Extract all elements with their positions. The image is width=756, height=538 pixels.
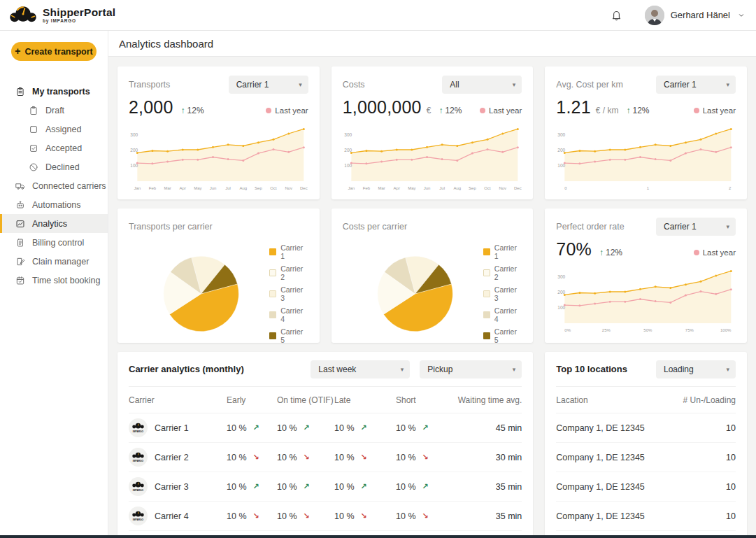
metric-value: 1.21 (556, 97, 590, 118)
carrier-filter-select[interactable]: Carrier 1▾ (656, 76, 736, 94)
dropdown-value: Pickup (427, 364, 452, 374)
column-headers: CarrierEarlyOn time (OTIF)LateShortWaiti… (129, 387, 522, 413)
metric-delta: ↑12% (626, 106, 649, 115)
arrow-up-icon: ↑ (181, 106, 185, 115)
metric-cell-ontime: 10 %↗ (277, 482, 334, 492)
column-header-short: Short (396, 395, 452, 405)
trend-down-icon: ↘ (304, 511, 310, 521)
trend-up-icon: ↗ (304, 423, 310, 432)
last-year-legend: Last year (694, 106, 736, 115)
sidebar-item-connected-carriers[interactable]: Connected carriers (0, 176, 108, 195)
sidebar-item-analytics[interactable]: Analytics (0, 214, 108, 233)
svg-text:Dec: Dec (300, 186, 308, 190)
svg-text:Aug: Aug (239, 186, 247, 190)
metric-card-costs: CostsAll▾1,000,000€↑12%Last year10020030… (331, 66, 534, 199)
carrier-filter-select[interactable]: All▾ (442, 76, 522, 94)
svg-text:25%: 25% (602, 328, 611, 332)
chart-area: 100200300012 (556, 120, 736, 193)
dropdown-value: Carrier 1 (664, 222, 697, 232)
carrier-name: Carrier 4 (155, 511, 189, 521)
metric-cell-early: 10 %↗ (227, 482, 277, 492)
card-title: Costs (343, 80, 365, 90)
legend-item: Carrier 2 (269, 264, 308, 281)
pickup-select[interactable]: Pickup▾ (420, 360, 522, 378)
pie-legend: Carrier 1Carrier 2Carrier 3Carrier 4Carr… (483, 243, 522, 343)
svg-text:Nov: Nov (499, 186, 506, 190)
legend-label: Carrier 2 (280, 264, 308, 281)
carrier-filter-select[interactable]: Carrier 1▾ (656, 218, 736, 236)
card-head: TransportsCarrier 1▾ (129, 76, 308, 94)
bell-icon[interactable] (607, 6, 627, 25)
location-name: Company 1, DE 12345 (556, 423, 726, 433)
sidebar-item-draft[interactable]: Draft (0, 101, 108, 120)
waiting-time-cell: 35 min (452, 482, 522, 492)
carrier-cell: IMPARGOCarrier 2 (129, 448, 227, 467)
metric-cell-short: 10 %↗ (396, 423, 452, 433)
metric-value: 10 % (227, 453, 247, 462)
metric-value: 10 % (334, 453, 355, 462)
metric-cell-early: 10 %↘ (227, 511, 277, 521)
legend-item: Carrier 4 (483, 306, 522, 323)
value-row: 1.21€ / km↑12%Last year (556, 97, 736, 118)
svg-text:2: 2 (729, 186, 732, 190)
sidebar-item-assigned[interactable]: Assigned (0, 120, 108, 139)
sidebar-item-my-transports[interactable]: My transports (0, 82, 108, 101)
legend-item: Carrier 3 (269, 285, 308, 302)
dropdown-value: Carrier 1 (236, 80, 269, 90)
legend-label: Carrier 3 (494, 285, 522, 302)
legend-label: Carrier 3 (280, 285, 308, 302)
legend-label: Carrier 1 (494, 243, 522, 260)
metric-value: 10 % (277, 482, 297, 492)
create-transport-button[interactable]: + Create transport (11, 42, 97, 61)
sidebar-item-billing-control[interactable]: Billing control (0, 233, 108, 252)
metric-cell-late: 10 %↘ (334, 511, 396, 521)
metric-value: 10 % (227, 423, 247, 433)
svg-text:300: 300 (344, 132, 352, 137)
trend-down-icon: ↘ (253, 511, 259, 521)
user-avatar (645, 6, 664, 25)
sidebar-item-automations[interactable]: Automations (0, 195, 108, 214)
dropdown-value: Loading (664, 364, 694, 374)
sidebar-nav: My transportsDraftAssignedAcceptedDeclin… (0, 82, 108, 290)
caret-down-icon: ▾ (726, 366, 729, 373)
location-count: 10 (726, 453, 736, 462)
svg-text:May: May (194, 186, 201, 190)
period-select[interactable]: Last week▾ (311, 360, 410, 378)
gauges-logo-icon (8, 3, 38, 27)
metric-value: 10 % (227, 511, 247, 521)
dashboard-content: TransportsCarrier 1▾2,000↑12%Last year10… (108, 57, 756, 538)
table-row: IMPARGOCarrier 310 %↗10 %↗10 %↗10 %↗35 m… (129, 472, 522, 502)
waiting-time-cell: 45 min (452, 423, 522, 433)
sidebar-item-label: Analytics (32, 219, 67, 229)
user-menu[interactable]: Gerhard Hänel (645, 6, 745, 25)
metric-cell-late: 10 %↗ (334, 423, 396, 433)
sidebar-item-clain-manager[interactable]: Clain manager (0, 252, 108, 271)
legend-swatch-icon (269, 311, 276, 318)
metric-value: 10 % (277, 511, 297, 521)
sidebar-item-declined[interactable]: Declined (0, 157, 108, 176)
pie-wrap: Carrier 1Carrier 2Carrier 3Carrier 4Carr… (343, 243, 522, 343)
legend-label: Carrier 4 (494, 306, 522, 323)
metric-value: 10 % (227, 482, 247, 492)
column-header-unloading: # Un-/Loading (683, 395, 736, 405)
metric-cell-late: 10 %↘ (334, 453, 396, 462)
location-row: Company 1, DE 1234510 (556, 413, 736, 443)
metric-cell-ontime: 10 %↘ (277, 511, 334, 521)
trend-up-icon: ↗ (361, 423, 367, 432)
svg-text:Apr: Apr (393, 186, 399, 190)
carrier-filter-select[interactable]: Carrier 1▾ (229, 76, 308, 94)
sidebar-item-time-slot-booking[interactable]: Time slot booking (0, 271, 108, 290)
table-header-row: Carrier analytics (monthly)Last week▾Pic… (129, 352, 522, 387)
chart-area: 1002003000%25%50%75%100% (556, 262, 736, 335)
arrow-up-icon: ↑ (626, 106, 630, 115)
svg-text:May: May (408, 186, 415, 190)
title-bar: Analytics dashboard (108, 31, 756, 57)
trend-up-icon: ↗ (422, 423, 429, 432)
sidebar-item-accepted[interactable]: Accepted (0, 139, 108, 157)
app-subtitle: by IMPARGO (43, 19, 115, 24)
metric-delta: ↑12% (438, 106, 462, 115)
loading-select[interactable]: Loading▾ (656, 360, 736, 378)
svg-text:Mar: Mar (164, 186, 171, 190)
metric-unit: € (427, 106, 432, 115)
svg-text:Sep: Sep (255, 186, 262, 190)
